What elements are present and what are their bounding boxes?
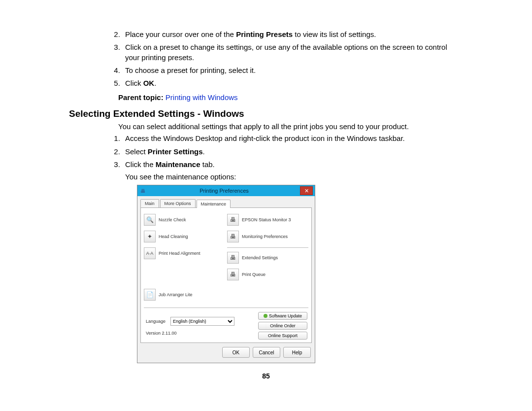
printer-icon: 🖶 [227,252,239,264]
online-support-button[interactable]: Online Support [258,332,307,340]
tab-maintenance[interactable]: Maintenance [197,200,231,208]
intro-text: You can select additional settings that … [118,122,463,131]
printer-icon: 🖶 [227,269,239,280]
left-column: 🔍Nozzle Check ✦Head Cleaning A·APrint He… [144,212,225,306]
divider [227,247,308,248]
nozzle-check-button[interactable]: 🔍Nozzle Check [144,214,225,226]
language-label: Language [146,319,166,324]
dialog-footer: OK Cancel Help [137,343,315,363]
tab-body: 🔍Nozzle Check ✦Head Cleaning A·APrint He… [140,207,312,343]
cancel-button[interactable]: Cancel [253,347,280,358]
printer-icon: 🖶 [227,214,239,226]
parent-topic: Parent topic: Printing with Windows [118,93,463,102]
step-item: Click on a preset to change its settings… [122,42,463,63]
step-item: Click OK. [122,78,463,88]
magnifier-icon: 🔍 [144,214,156,226]
section-heading: Selecting Extended Settings - Windows [69,108,463,119]
close-icon[interactable]: ✕ [300,186,313,195]
software-update-button[interactable]: Software Update [258,312,307,320]
app-icon: 🖶 [140,188,145,194]
step-item: Select Printer Settings. [122,147,463,157]
second-ordered-list: Access the Windows Desktop and right-cli… [69,134,463,170]
dialog-title: Printing Preferences [148,188,300,194]
step-item: Click the Maintenance tab. [122,160,463,170]
tab-main[interactable]: Main [140,199,159,207]
alignment-icon: A·A [144,247,156,259]
document-icon: 📄 [144,289,156,301]
parent-topic-link[interactable]: Printing with Windows [166,93,238,102]
dialog-titlebar: 🖶 Printing Preferences ✕ [137,185,315,196]
print-head-alignment-button[interactable]: A·APrint Head Alignment [144,247,225,259]
tab-row: Main More Options Maintenance [137,196,315,207]
monitoring-preferences-button[interactable]: 🖶Monitoring Preferences [227,231,308,242]
ok-button[interactable]: OK [222,347,250,358]
extended-settings-button[interactable]: 🖶Extended Settings [227,252,308,264]
update-icon [264,314,267,318]
printer-icon: 🖶 [227,231,239,242]
step-item: Place your cursor over one of the Printi… [122,30,463,39]
help-button[interactable]: Help [283,347,311,358]
first-ordered-list: Place your cursor over one of the Printi… [69,30,463,88]
step-item: To choose a preset for printing, select … [122,66,463,75]
version-text: Version 2.11.00 [146,331,258,336]
printing-preferences-dialog: 🖶 Printing Preferences ✕ Main More Optio… [137,185,315,363]
divider [144,308,308,308]
print-queue-button[interactable]: 🖶Print Queue [227,269,308,280]
step-item: Access the Windows Desktop and right-cli… [122,134,463,143]
parent-topic-label: Parent topic: [118,93,166,102]
subline-text: You see the maintenance options: [125,172,463,181]
online-order-button[interactable]: Online Order [258,322,307,330]
tab-more-options[interactable]: More Options [160,199,196,207]
page-number: 85 [69,372,463,380]
sparkle-icon: ✦ [144,231,156,242]
language-select[interactable]: English (English) [170,317,234,326]
head-cleaning-button[interactable]: ✦Head Cleaning [144,231,225,242]
right-column: 🖶EPSON Status Monitor 3 🖶Monitoring Pref… [227,212,308,306]
job-arranger-lite-button[interactable]: 📄Job Arranger Lite [144,289,225,301]
status-monitor-button[interactable]: 🖶EPSON Status Monitor 3 [227,214,308,226]
